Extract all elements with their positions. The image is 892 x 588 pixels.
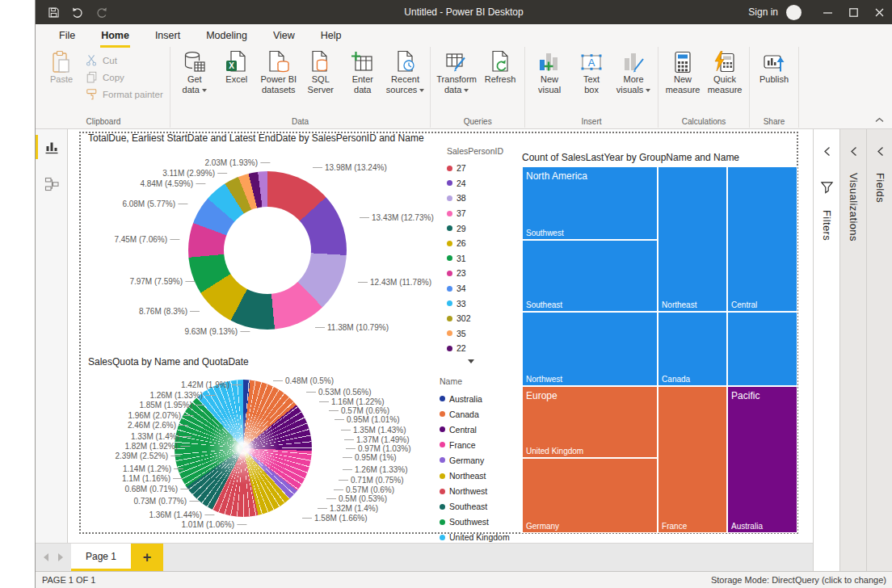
menu-tab-insert[interactable]: Insert xyxy=(145,26,191,45)
treemap-cell-france[interactable]: France xyxy=(658,386,727,533)
sidebar-item-report-view[interactable] xyxy=(36,133,67,161)
publish-button[interactable]: Publish xyxy=(753,48,795,116)
treemap-cell-southwest[interactable]: SouthwestNorth America xyxy=(522,166,658,240)
prev-page-arrow[interactable] xyxy=(44,553,48,561)
leader-line xyxy=(179,425,188,426)
button-label: New xyxy=(674,74,692,85)
get-data-button[interactable]: Getdata xyxy=(174,48,216,116)
treemap-cell-united-kingdom[interactable]: United KingdomEurope xyxy=(522,386,658,458)
save-button[interactable] xyxy=(48,7,59,18)
filters-panel[interactable]: Filters xyxy=(813,129,839,571)
refresh-button[interactable]: Refresh xyxy=(479,48,521,116)
treemap-cell-southeast[interactable]: Southeast xyxy=(522,240,658,312)
treemap-cell-northeast[interactable]: Northeast xyxy=(658,166,727,312)
avatar[interactable] xyxy=(786,5,802,20)
legend-item-central[interactable]: Central xyxy=(440,422,510,437)
legend-item-27[interactable]: 27 xyxy=(447,161,503,176)
visualizations-panel[interactable]: Visualizations xyxy=(839,129,866,571)
new-visual-button[interactable]: Newvisual xyxy=(528,48,570,116)
menu-tab-file[interactable]: File xyxy=(48,26,86,45)
sign-in-button[interactable]: Sign in xyxy=(748,6,786,18)
new-measure-button[interactable]: Newmeasure xyxy=(662,48,704,116)
treemap-cell-canada[interactable]: Canada xyxy=(658,312,727,386)
legend-item-31[interactable]: 31 xyxy=(447,251,503,267)
legend-item-france[interactable]: France xyxy=(440,437,510,452)
legend-dot-icon xyxy=(440,535,445,540)
menu-tab-modeling[interactable]: Modeling xyxy=(196,26,258,45)
pbi-datasets-button[interactable]: Power BIdatasets xyxy=(258,48,300,116)
add-page-button[interactable]: + xyxy=(131,544,163,571)
transform-data-button[interactable]: Transformdata xyxy=(434,48,479,116)
data-label: 2.03M (1.93%) xyxy=(204,158,270,167)
legend-item-23[interactable]: 23 xyxy=(447,266,503,281)
excel-button[interactable]: XExcel xyxy=(216,48,258,116)
legend-dot-icon xyxy=(440,504,445,510)
menu-tab-home[interactable]: Home xyxy=(90,26,140,45)
filter-funnel-icon xyxy=(820,181,834,197)
legend-item-24[interactable]: 24 xyxy=(447,176,503,191)
treemap-cell-label: Australia xyxy=(731,522,763,531)
ribbon-group-label: Share xyxy=(753,116,795,128)
legend-item-northwest[interactable]: Northwest xyxy=(440,484,510,499)
leader-line xyxy=(174,468,183,469)
quick-measure-button[interactable]: Quickmeasure xyxy=(704,48,746,116)
legend-item-southwest[interactable]: Southwest xyxy=(440,514,510,530)
legend-item-germany[interactable]: Germany xyxy=(440,452,510,468)
legend-item-33[interactable]: 33 xyxy=(447,296,503,311)
legend-item-australia[interactable]: Australia xyxy=(440,391,510,406)
leader-line xyxy=(302,518,312,519)
maximize-button[interactable] xyxy=(840,0,866,24)
legend-item-northeast[interactable]: Northeast xyxy=(440,468,510,483)
next-page-arrow[interactable] xyxy=(58,553,63,561)
expand-filters-chevron[interactable] xyxy=(823,145,831,160)
fields-panel[interactable]: Fields xyxy=(866,129,892,571)
data-label: 13.98M (13.24%) xyxy=(313,163,387,172)
minimize-button[interactable] xyxy=(814,0,840,24)
legend-item-34[interactable]: 34 xyxy=(447,281,503,296)
ribbon-collapse-chevron[interactable] xyxy=(875,111,884,126)
more-visuals-button[interactable]: Morevisuals xyxy=(612,48,654,116)
legend-item-302[interactable]: 302 xyxy=(447,311,503,326)
sql-server-button[interactable]: SQLServer xyxy=(300,48,342,116)
legend-label: Southwest xyxy=(449,517,489,527)
menu-tab-help[interactable]: Help xyxy=(310,26,352,45)
page-tab[interactable]: Page 1 xyxy=(71,544,131,571)
sidebar-item-model-view[interactable] xyxy=(36,170,67,198)
legend-item-37[interactable]: 37 xyxy=(447,206,503,221)
treemap-cell-northwest[interactable]: Northwest xyxy=(522,312,658,386)
donut-chart[interactable] xyxy=(188,171,347,330)
legend-item-canada[interactable]: Canada xyxy=(440,406,510,422)
button-label: visual xyxy=(538,85,561,95)
legend-item-29[interactable]: 29 xyxy=(447,220,503,236)
leader-line xyxy=(260,162,270,163)
legend-item-southeast[interactable]: Southeast xyxy=(440,499,510,514)
ribbon-group-label: Queries xyxy=(434,116,521,128)
donut-chart-title: TotalDue, Earliest StartDate and Latest … xyxy=(88,132,424,144)
legend-label: Central xyxy=(449,425,477,435)
treemap-cell-germany[interactable]: Germany xyxy=(522,458,658,533)
close-button[interactable] xyxy=(866,0,892,24)
legend-item-26[interactable]: 26 xyxy=(447,236,503,251)
recent-sources-button[interactable]: Recentsources xyxy=(384,48,427,116)
legend-item-38[interactable]: 38 xyxy=(447,191,503,206)
treemap-cell-central[interactable]: Central xyxy=(727,166,797,312)
menu-tab-view[interactable]: View xyxy=(263,26,305,45)
legend-item-united-kingdom[interactable]: United Kingdom xyxy=(440,530,510,543)
treemap-cell-unlabeled[interactable] xyxy=(727,312,797,386)
expand-visualizations-chevron[interactable] xyxy=(850,145,857,160)
expand-fields-chevron[interactable] xyxy=(877,145,884,160)
legend-scroll-down-icon[interactable] xyxy=(468,359,474,363)
treemap-cell-australia[interactable]: AustraliaPacific xyxy=(727,386,797,533)
storage-mode[interactable]: Storage Mode: DirectQuery (click to chan… xyxy=(711,575,886,585)
enter-data-button[interactable]: Enterdata xyxy=(342,48,384,116)
undo-button[interactable] xyxy=(72,7,83,18)
text-box-button[interactable]: ATextbox xyxy=(570,48,612,116)
treemap-chart[interactable]: SouthwestNorth AmericaSoutheastNorthwest… xyxy=(522,166,797,533)
legend-item-22[interactable]: 22 xyxy=(447,341,503,356)
legend-item-35[interactable]: 35 xyxy=(447,326,503,342)
button-label: visuals xyxy=(616,85,651,95)
legend-label: 23 xyxy=(457,268,466,278)
data-label: 1.36M (1.44%) xyxy=(149,510,214,519)
treemap-cell-label: Southeast xyxy=(526,300,562,309)
legend-label: 22 xyxy=(457,343,466,353)
